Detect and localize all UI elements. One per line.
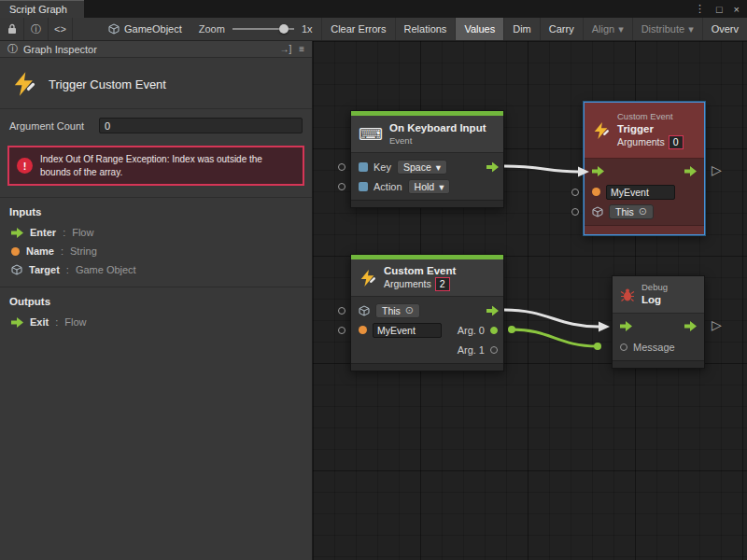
arg1-row: Arg. 1: [351, 340, 503, 359]
flow-arrow-icon: [620, 321, 632, 331]
target-dropdown[interactable]: This ⊙: [609, 204, 654, 219]
arg1-output-port[interactable]: [490, 346, 498, 354]
node-header: ⌨ On Keyboard Input Event: [351, 116, 503, 153]
pin-name: Target: [29, 264, 60, 275]
kebab-menu-icon[interactable]: ⋮: [695, 3, 705, 15]
name-input-port[interactable]: [571, 189, 579, 196]
node-header: Custom Event Trigger Arguments 0: [585, 103, 704, 159]
flow-input-port[interactable]: [592, 166, 604, 178]
event-name-field[interactable]: [606, 185, 675, 200]
zoom-slider[interactable]: [233, 28, 294, 30]
target-dropdown[interactable]: This ⊙: [375, 303, 420, 318]
button-label: Dim: [513, 23, 531, 35]
string-port-icon: [592, 188, 600, 196]
node-debug-log[interactable]: Debug Log Message: [612, 275, 705, 369]
distribute-button[interactable]: Distribute ▾: [632, 18, 702, 40]
code-button[interactable]: <>: [49, 18, 73, 40]
action-input-port[interactable]: [338, 183, 345, 190]
flow-output-port[interactable]: [486, 161, 499, 172]
node-custom-event[interactable]: Custom Event Arguments 2 This ⊙: [350, 254, 504, 371]
name-input-port[interactable]: [338, 327, 345, 334]
target-input-port[interactable]: [571, 208, 579, 216]
pin-separator: :: [66, 264, 69, 275]
error-message-box: ! Index Out Of Range Exception: Index wa…: [7, 146, 304, 186]
dock-icon[interactable]: →]: [279, 44, 291, 54]
node-title: Custom Event: [384, 264, 456, 277]
lock-button[interactable]: [0, 18, 24, 40]
flow-input-port[interactable]: [620, 321, 632, 333]
flow-output-port[interactable]: [684, 166, 697, 178]
argument-count-input[interactable]: [99, 118, 303, 133]
maximize-icon[interactable]: □: [716, 4, 723, 15]
key-label: Key: [374, 161, 391, 173]
button-label: Align: [592, 23, 614, 35]
message-input-port[interactable]: [620, 343, 627, 351]
chevron-down-icon: ▾: [618, 23, 624, 35]
key-input-port[interactable]: [338, 163, 345, 171]
string-port-icon: [11, 247, 20, 256]
inspector-title-row: Trigger Custom Event: [0, 58, 312, 108]
node-footer: [585, 225, 704, 234]
gameobject-cube-icon: [592, 206, 603, 217]
relations-button[interactable]: Relations: [395, 18, 456, 40]
tab-label: Script Graph: [9, 4, 67, 15]
arg0-label: Arg. 0: [458, 325, 485, 336]
button-label: Relations: [404, 23, 447, 35]
gameobject-selector[interactable]: GameObject: [99, 18, 191, 40]
arguments-label: Arguments: [617, 136, 665, 148]
bolt-icon: [359, 269, 377, 287]
inspector-header-title: Graph Inspector: [23, 44, 97, 55]
preview-arrow-icon[interactable]: ▷: [712, 318, 722, 331]
target-input-port[interactable]: [338, 307, 345, 315]
event-name-field[interactable]: [373, 323, 442, 338]
preview-arrow-icon[interactable]: ▷: [712, 163, 722, 176]
target-row: This ⊙: [351, 301, 503, 320]
input-pin-enter: Enter : Flow: [0, 223, 312, 242]
close-icon[interactable]: ×: [734, 4, 740, 15]
tab-bar: Script Graph ⋮ □ ×: [0, 0, 747, 18]
tab-script-graph[interactable]: Script Graph: [0, 0, 84, 18]
pin-separator: :: [63, 227, 65, 238]
event-name-row: Arg. 0: [351, 320, 503, 340]
inspector-header: ⓘ Graph Inspector →] ≡: [0, 41, 312, 58]
string-port-icon: [359, 326, 367, 334]
zoom-slider-knob[interactable]: [279, 24, 289, 34]
action-dropdown[interactable]: Hold ▾: [408, 179, 451, 194]
gameobject-label: GameObject: [124, 23, 182, 35]
graph-canvas[interactable]: ⌨ On Keyboard Input Event Key Space ▾: [313, 41, 747, 560]
node-on-keyboard-input[interactable]: ⌨ On Keyboard Input Event Key Space ▾: [350, 110, 504, 208]
flow-output-port[interactable]: [684, 321, 697, 333]
gameobject-cube-icon: [11, 264, 22, 275]
overview-button[interactable]: Overv: [702, 18, 747, 40]
values-button[interactable]: Values: [455, 18, 503, 40]
arg0-output-port[interactable]: [490, 327, 498, 334]
carry-button[interactable]: Carry: [540, 18, 583, 40]
info-button[interactable]: ⓘ: [24, 18, 49, 40]
key-dropdown[interactable]: Space ▾: [397, 160, 447, 175]
toolbar-spacer: [73, 18, 99, 40]
output-pin-exit: Exit : Flow: [0, 313, 312, 331]
flow-output-port[interactable]: [486, 305, 499, 315]
flow-arrow-icon: [684, 321, 697, 331]
action-type-icon: [359, 182, 368, 191]
pin-separator: :: [61, 245, 63, 257]
dim-button[interactable]: Dim: [503, 18, 540, 40]
object-picker-icon[interactable]: ⊙: [405, 305, 414, 315]
object-picker-icon[interactable]: ⊙: [639, 206, 647, 217]
flow-arrow-icon: [684, 166, 697, 176]
align-button[interactable]: Align ▾: [583, 18, 632, 40]
key-row: Key Space ▾: [351, 157, 503, 176]
argument-count-row: Argument Count: [0, 109, 312, 142]
node-trigger-custom-event[interactable]: Custom Event Trigger Arguments 0: [584, 102, 705, 235]
clear-errors-button[interactable]: Clear Errors: [321, 18, 394, 40]
node-header: Custom Event Arguments 2: [351, 259, 503, 297]
arguments-label: Arguments: [384, 278, 431, 290]
bug-icon: [620, 287, 635, 302]
panel-menu-icon[interactable]: ≡: [299, 44, 304, 54]
zoom-control: Zoom 1x: [191, 18, 320, 40]
node-footer: [613, 360, 704, 368]
key-value: Space: [403, 161, 431, 173]
chevron-down-icon: ▾: [439, 181, 444, 192]
pin-type: Game Object: [76, 264, 136, 275]
arguments-error-badge: 0: [669, 135, 684, 149]
